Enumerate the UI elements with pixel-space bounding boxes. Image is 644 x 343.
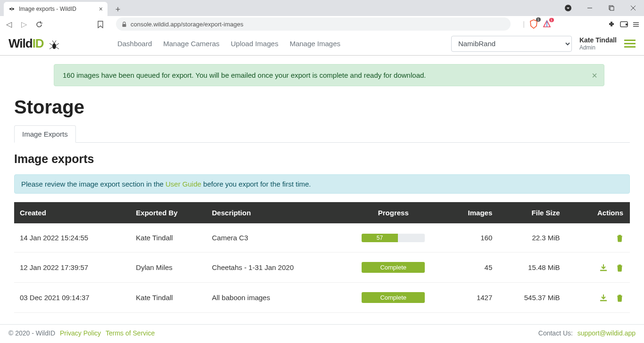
cell-exported-by: Dylan Miles bbox=[130, 253, 206, 283]
nav-upload-images[interactable]: Upload Images bbox=[231, 40, 279, 48]
cell-file-size: 545.37 MiB bbox=[498, 283, 565, 313]
url-text: console.wildid.app/storage/export-images bbox=[131, 21, 243, 28]
bookmark-button[interactable] bbox=[97, 20, 104, 28]
new-tab-button[interactable]: + bbox=[111, 3, 124, 16]
minimize-button[interactable] bbox=[579, 1, 601, 15]
cell-exported-by: Kate Tindall bbox=[130, 283, 206, 313]
logo-icon bbox=[48, 37, 61, 49]
logo[interactable]: WildID bbox=[8, 36, 61, 51]
cell-created: 14 Jan 2022 15:24:55 bbox=[14, 223, 130, 253]
main-nav: Dashboard Manage Cameras Upload Images M… bbox=[117, 40, 340, 48]
svg-line-17 bbox=[50, 43, 52, 45]
footer-contact-label: Contact Us: bbox=[538, 329, 575, 337]
table-row: 14 Jan 2022 15:24:55Kate TindallCamera C… bbox=[14, 223, 630, 253]
user-role: Admin bbox=[579, 44, 617, 51]
svg-line-19 bbox=[50, 47, 52, 49]
maximize-button[interactable] bbox=[601, 1, 622, 15]
address-bar[interactable]: console.wildid.app/storage/export-images bbox=[116, 17, 511, 31]
th-file-size: File Size bbox=[498, 202, 565, 223]
info-prefix: Please review the image export section i… bbox=[21, 180, 165, 188]
svg-rect-5 bbox=[610, 7, 614, 10]
back-button[interactable]: ◁ bbox=[5, 20, 13, 29]
tab-image-exports[interactable]: Image Exports bbox=[14, 125, 76, 143]
brave-circle-icon[interactable] bbox=[557, 1, 579, 15]
alert-close-icon[interactable]: × bbox=[592, 70, 597, 81]
tabs: Image Exports bbox=[14, 125, 630, 143]
cell-description: Camera C3 bbox=[206, 223, 340, 253]
svg-line-15 bbox=[52, 41, 54, 43]
reload-button[interactable] bbox=[35, 20, 43, 28]
cell-description: All baboon images bbox=[206, 283, 340, 313]
nav-manage-images[interactable]: Manage Images bbox=[289, 40, 340, 48]
app-header: WildID Dashboard Manage Cameras Upload I… bbox=[0, 32, 644, 56]
divider: | bbox=[523, 20, 525, 28]
alert-info: Please review the image export section i… bbox=[14, 174, 630, 194]
th-actions: Actions bbox=[566, 202, 630, 223]
lock-icon bbox=[122, 21, 127, 27]
cell-images: 45 bbox=[447, 253, 498, 283]
svg-rect-8 bbox=[123, 24, 126, 27]
exports-table: Created Exported By Description Progress… bbox=[14, 202, 630, 313]
rewards-badge: 1 bbox=[549, 18, 554, 22]
th-description: Description bbox=[206, 202, 340, 223]
info-suffix: before you export for the first time. bbox=[201, 180, 311, 188]
th-created: Created bbox=[14, 202, 130, 223]
table-row: 03 Dec 2021 09:14:37Kate TindallAll babo… bbox=[14, 283, 630, 313]
cell-created: 03 Dec 2021 09:14:37 bbox=[14, 283, 130, 313]
th-exported-by: Exported By bbox=[130, 202, 206, 223]
close-window-button[interactable] bbox=[622, 1, 644, 15]
section-title: Image exports bbox=[14, 152, 630, 166]
cell-actions bbox=[566, 223, 630, 253]
cell-progress: 57 bbox=[340, 223, 447, 253]
wallet-icon[interactable] bbox=[620, 20, 628, 28]
cell-file-size: 22.3 MiB bbox=[498, 223, 565, 253]
cell-description: Cheetahs - 1-31 Jan 2020 bbox=[206, 253, 340, 283]
cell-images: 160 bbox=[447, 223, 498, 253]
tab-close-icon[interactable]: × bbox=[99, 5, 103, 13]
user-guide-link[interactable]: User Guide bbox=[165, 180, 201, 188]
trash-icon[interactable] bbox=[616, 262, 623, 272]
favicon-icon bbox=[8, 6, 15, 12]
footer-privacy-link[interactable]: Privacy Policy bbox=[60, 329, 101, 337]
trash-icon[interactable] bbox=[616, 293, 623, 302]
footer-terms-link[interactable]: Terms of Service bbox=[106, 329, 155, 337]
footer-contact-email[interactable]: support@wildid.app bbox=[578, 329, 636, 337]
alert-success: 160 images have been queued for export. … bbox=[54, 64, 604, 86]
cell-progress: Complete bbox=[340, 253, 447, 283]
cell-file-size: 15.48 MiB bbox=[498, 253, 565, 283]
footer: © 2020 - WildID Privacy Policy Terms of … bbox=[0, 324, 644, 342]
cell-exported-by: Kate Tindall bbox=[130, 223, 206, 253]
download-icon[interactable] bbox=[599, 293, 608, 302]
page-title: Storage bbox=[14, 97, 630, 118]
project-select[interactable]: NamibRand bbox=[451, 36, 572, 52]
cell-created: 12 Jan 2022 17:39:57 bbox=[14, 253, 130, 283]
browser-menu-icon[interactable] bbox=[633, 20, 639, 28]
svg-line-18 bbox=[56, 43, 59, 45]
forward-button[interactable]: ▷ bbox=[20, 20, 28, 29]
progress-bar: 57 bbox=[362, 234, 425, 242]
status-complete: Complete bbox=[362, 262, 425, 273]
browser-tab[interactable]: Image exports - WildID × bbox=[4, 2, 107, 16]
svg-line-16 bbox=[54, 41, 56, 43]
nav-dashboard[interactable]: Dashboard bbox=[117, 40, 152, 48]
status-complete: Complete bbox=[362, 292, 425, 303]
trash-icon[interactable] bbox=[616, 233, 623, 242]
svg-point-14 bbox=[52, 43, 56, 49]
svg-line-20 bbox=[56, 47, 59, 49]
hamburger-menu[interactable] bbox=[624, 40, 636, 48]
brave-rewards-icon[interactable]: 1 bbox=[543, 20, 551, 29]
extensions-icon[interactable] bbox=[608, 20, 615, 28]
svg-point-0 bbox=[9, 8, 11, 10]
cell-images: 1427 bbox=[447, 283, 498, 313]
user-block: Kate Tindall Admin bbox=[579, 36, 617, 51]
svg-rect-10 bbox=[626, 24, 628, 25]
download-icon[interactable] bbox=[599, 262, 608, 272]
footer-copyright: © 2020 - WildID bbox=[8, 329, 55, 337]
th-images: Images bbox=[447, 202, 498, 223]
table-row: 12 Jan 2022 17:39:57Dylan MilesCheetahs … bbox=[14, 253, 630, 283]
cell-actions bbox=[566, 253, 630, 283]
browser-chrome: Image exports - WildID × + ◁ ▷ bbox=[0, 0, 644, 32]
user-name: Kate Tindall bbox=[579, 36, 617, 44]
nav-manage-cameras[interactable]: Manage Cameras bbox=[163, 40, 219, 48]
brave-shield-icon[interactable]: 1 bbox=[529, 19, 538, 29]
